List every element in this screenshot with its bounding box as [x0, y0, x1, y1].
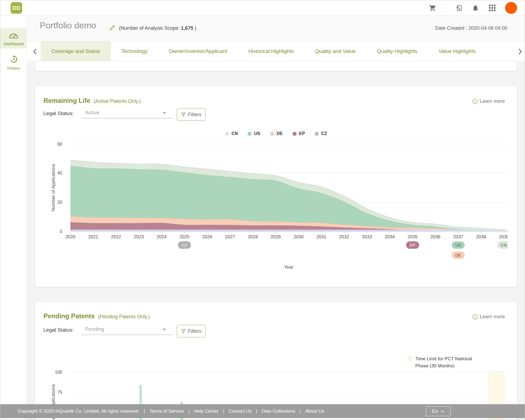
filters-button[interactable]: Filters: [177, 108, 206, 121]
area-series-group: [70, 160, 504, 231]
tab-strip: Coverage and StatusTechnologyOwner/Inven…: [27, 41, 525, 61]
tab-quality-and-value[interactable]: Quality and Value: [305, 41, 366, 61]
pending-patents-card: Pending Patents (Pending Patents Only.) …: [35, 302, 517, 420]
expiry-pill-ep: EP: [406, 241, 419, 249]
funnel-icon: [181, 329, 186, 334]
top-bar-divider: [446, 4, 446, 12]
tab-owner-inventor-applicant[interactable]: Owner/Inventor/Applicant: [158, 41, 238, 61]
tab-quality-highlights[interactable]: Quality Highlights: [366, 41, 428, 61]
sidebar-item-label: History: [0, 66, 27, 70]
legend-item-de[interactable]: DE: [270, 131, 283, 136]
expiry-pill-label: EP: [410, 243, 415, 247]
history-icon: [9, 59, 18, 64]
card-title: Remaining Life: [43, 97, 90, 104]
pct-limit-legend[interactable]: Time Limit for PCT NationalPhase (30 Mon…: [408, 355, 479, 370]
x-axis-tick-label: 2028: [248, 234, 258, 239]
footer-link-data-collections[interactable]: Data Collections: [261, 409, 295, 414]
expiry-pill-label: US: [455, 243, 461, 247]
legend-item-ep[interactable]: EP: [293, 131, 305, 136]
legal-status-label: Legal Status:: [43, 110, 74, 116]
x-axis-tick-label: 2033: [362, 234, 372, 239]
tab-technology[interactable]: Technology: [111, 41, 158, 61]
legend-label: CN: [231, 131, 238, 136]
tab-value-highlights[interactable]: Value Highlights: [428, 41, 486, 61]
app-window: DD: [0, 0, 525, 420]
top-bar: DD: [0, 0, 525, 16]
x-axis-tick-label: 2024: [157, 234, 167, 239]
axis-shadow-strip: [70, 230, 508, 231]
pct-limit-legend-circle-icon: [408, 356, 412, 360]
legend-label: CZ: [321, 131, 327, 136]
expiry-pill-label: CZ: [182, 243, 187, 247]
expiry-pill-cn: CN: [497, 241, 508, 249]
edit-title-pencil-icon[interactable]: [109, 24, 116, 32]
x-axis-tick-label: 2030: [294, 234, 304, 239]
remaining-life-card: Remaining Life (Active Patents Only.) Le…: [35, 86, 517, 287]
legal-status-select[interactable]: Active: [81, 108, 173, 118]
legend-dot-icon: [270, 132, 274, 136]
x-axis-title: Year: [284, 265, 294, 270]
pct-limit-legend-label: Time Limit for PCT NationalPhase (30 Mon…: [415, 355, 472, 370]
footer-separator: |: [188, 409, 189, 414]
legal-status-row: Legal Status: Active Filters: [43, 108, 206, 121]
footer-separator: |: [223, 409, 224, 414]
tabs-scroll-right-chevron-icon[interactable]: [517, 48, 524, 55]
language-button[interactable]: En: [426, 406, 451, 416]
cart-icon[interactable]: [429, 4, 436, 12]
footer-link-contact-us[interactable]: Contact Us: [229, 409, 252, 414]
previous-card-bottom-edge: [35, 61, 517, 71]
sidebar-item-dashboard[interactable]: Dashboard: [0, 28, 27, 49]
remaining-life-area-chart: 0204060Number of Applications20202021202…: [47, 142, 508, 273]
apps-grid-icon[interactable]: [488, 4, 496, 12]
legend-item-cz[interactable]: CZ: [315, 131, 327, 136]
legend-item-cn[interactable]: CN: [225, 131, 238, 136]
footer-links: Copyright © 2020 InQuartik Co. Limited. …: [18, 409, 324, 414]
chevron-down-icon: [163, 112, 166, 114]
y-axis-tick-label: 20: [57, 200, 62, 205]
legal-status-select[interactable]: Pending: [81, 325, 173, 335]
legend-item-us[interactable]: US: [247, 131, 260, 136]
learn-more-link[interactable]: Learn more: [472, 98, 505, 104]
expiry-pill-us: US: [452, 241, 465, 249]
user-avatar[interactable]: [505, 2, 517, 14]
chevron-down-icon: [163, 329, 166, 331]
tabs-scroll-left-chevron-icon[interactable]: [31, 48, 38, 55]
legal-status-value: Active: [85, 110, 99, 116]
analysis-scope-value: 1,675: [181, 25, 193, 31]
tab-coverage-and-status[interactable]: Coverage and Status: [41, 41, 111, 61]
expiry-pill-label: CN: [501, 243, 507, 247]
footer-link-about-us[interactable]: About Us: [305, 409, 324, 414]
app-logo[interactable]: DD: [11, 2, 22, 14]
legal-status-value: Pending: [85, 326, 104, 332]
legend-dot-icon: [225, 132, 229, 136]
legal-status-row: Legal Status: Pending Filters: [43, 325, 206, 337]
x-axis-tick-label: 2037: [453, 234, 463, 239]
sidebar-item-history[interactable]: History: [0, 52, 27, 73]
expiry-pill-de: DE: [452, 251, 465, 259]
filters-button[interactable]: Filters: [177, 325, 206, 337]
dashboard-gauge-icon: [8, 35, 19, 40]
x-axis-tick-label: 2027: [225, 234, 235, 239]
card-title: Pending Patents: [43, 312, 95, 320]
page-header: Portfolio demo (Number of Analysis Scope…: [27, 16, 525, 41]
x-axis-tick-label: 2038: [476, 234, 486, 239]
x-axis-tick-label: 2020: [65, 234, 76, 239]
footer-link-terms-of-service[interactable]: Terms of Service: [150, 409, 184, 414]
footer-link-help-center[interactable]: Help Center: [194, 409, 219, 414]
copyright-text: Copyright © 2020 InQuartik Co. Limited. …: [18, 409, 139, 414]
x-axis-tick-label: 2036: [430, 234, 440, 239]
learn-more-link[interactable]: Learn more: [472, 314, 505, 320]
sidebar-item-label: Dashboard: [0, 41, 27, 46]
tab-historical-highlights[interactable]: Historical Highlights: [238, 41, 305, 61]
remaining-life-title-row: Remaining Life (Active Patents Only.): [43, 97, 141, 104]
legend-dot-icon: [315, 132, 319, 136]
info-icon: [472, 314, 478, 320]
notifications-bell-icon[interactable]: [472, 4, 479, 12]
legend-dot-icon: [247, 132, 252, 136]
y-axis-tick-label: 75: [57, 390, 62, 395]
analysis-scope-text: (Number of Analysis Scope: 1,675 ): [119, 25, 196, 31]
date-created-text: Date Created : 2020-04-06 04:00: [435, 25, 507, 31]
remaining-life-chart-legend: CNUSDEEPCZ: [35, 131, 517, 136]
pending-patents-title-row: Pending Patents (Pending Patents Only.): [43, 312, 150, 320]
export-report-icon[interactable]: [455, 4, 463, 12]
